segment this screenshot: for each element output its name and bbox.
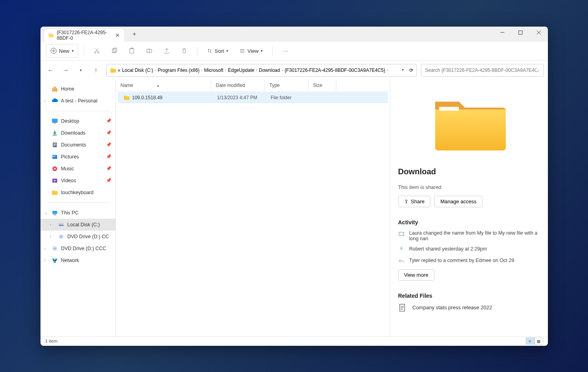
sidebar-thispc[interactable]: ⌄This PC — [40, 207, 116, 219]
paste-button[interactable] — [125, 44, 139, 58]
column-type[interactable]: Type — [265, 80, 308, 91]
close-window-button[interactable] — [530, 27, 548, 39]
sidebar-pictures[interactable]: Pictures📌 — [40, 151, 116, 163]
button-label: View more — [404, 272, 428, 278]
status-bar: 1 item ≡ ▦ — [40, 336, 548, 346]
file-type: File folder — [266, 95, 310, 100]
breadcrumb[interactable]: Program Files (x86) — [158, 67, 199, 73]
breadcrumb[interactable]: Download — [259, 67, 280, 73]
svg-rect-21 — [59, 225, 64, 226]
chevron-down-icon: ⌄ — [44, 211, 48, 215]
copy-button[interactable] — [107, 44, 121, 58]
sidebar-touchkeyboard[interactable]: touchkeyboard — [40, 187, 116, 199]
maximize-button[interactable] — [511, 27, 530, 39]
pin-icon: 📌 — [106, 166, 112, 171]
chevron-down-icon: ▾ — [261, 49, 263, 53]
file-row[interactable]: 109.0.1518.49 1/13/2023 4:47 PM File fol… — [118, 93, 388, 103]
folder-icon — [110, 67, 116, 73]
details-title: Download — [398, 167, 540, 176]
manage-access-button[interactable]: Manage access — [434, 196, 482, 207]
up-button[interactable]: ↑ — [90, 64, 102, 77]
sidebar-item-label: Videos — [61, 178, 76, 183]
activity-text: Robert shared yesterday at 2:29pm — [409, 246, 487, 252]
titlebar: {F3017226-FE2A-4295-8BDF-0 ✕ + — [40, 27, 548, 42]
details-shared-text: This item is shared — [398, 184, 540, 190]
sidebar-music[interactable]: Music📌 — [40, 163, 116, 175]
details-view-button[interactable]: ≡ — [526, 337, 534, 345]
close-tab-icon[interactable]: ✕ — [115, 33, 120, 38]
sort-button[interactable]: Sort ▾ — [203, 44, 233, 58]
related-file-item[interactable]: Company stats press release 2022 — [398, 304, 540, 312]
plus-circle-icon — [50, 48, 57, 54]
thumbnails-view-button[interactable]: ▦ — [534, 337, 543, 345]
breadcrumb[interactable]: Microsoft — [204, 67, 224, 73]
breadcrumb[interactable]: {F3017226-FE2A-4295-8BDF-00C3A9A7E4C5} — [285, 67, 386, 73]
sidebar-network[interactable]: ›Network — [40, 254, 116, 266]
list-icon: ≡ — [529, 339, 531, 343]
sidebar-dvd-drive[interactable]: ›DVD Drive (D:) CC — [40, 231, 116, 243]
folder-icon — [48, 32, 54, 39]
sidebar-item-label: DVD Drive (D:) CC — [67, 234, 109, 239]
sidebar-item-label: DVD Drive (D:) CCC — [61, 246, 106, 251]
svg-rect-11 — [54, 123, 56, 123]
view-button[interactable]: View ▾ — [235, 44, 267, 58]
tab-active[interactable]: {F3017226-FE2A-4295-8BDF-0 ✕ — [44, 29, 124, 42]
column-name[interactable]: Name▴ — [116, 80, 211, 91]
svg-rect-10 — [52, 119, 58, 123]
sidebar-downloads[interactable]: Downloads📌 — [40, 127, 116, 139]
sidebar-item-label: Home — [61, 86, 74, 92]
activity-text: Tyler replied to a comment by Edmee on O… — [409, 258, 515, 263]
folder-large-icon — [429, 92, 509, 155]
rename-button[interactable] — [142, 44, 156, 58]
sidebar-local-disk[interactable]: ›Local Disk (C:) — [40, 219, 116, 231]
folder-icon — [123, 94, 130, 101]
chevron-right-icon: › — [281, 68, 283, 72]
sidebar-item-label: Local Disk (C:) — [67, 222, 100, 227]
chevron-right-icon: › — [44, 247, 46, 251]
paste-icon — [129, 48, 135, 54]
breadcrumb[interactable]: Local Disk (C:) — [122, 67, 153, 73]
minimize-button[interactable] — [493, 27, 511, 39]
copy-icon — [111, 48, 118, 54]
recent-button[interactable]: ▾ — [75, 64, 87, 77]
delete-button[interactable] — [177, 44, 191, 58]
rename-icon — [146, 48, 152, 54]
column-label: Date modified — [216, 83, 245, 88]
sidebar-onedrive[interactable]: › A test - Personal — [40, 95, 116, 107]
videos-icon — [52, 177, 58, 184]
address-bar[interactable]: « Local Disk (C:)› Program Files (x86)› … — [106, 64, 417, 77]
sidebar-home[interactable]: Home — [40, 83, 116, 95]
sidebar-item-label: A test - Personal — [61, 98, 98, 104]
cut-icon — [94, 48, 100, 54]
forward-button[interactable]: → — [60, 64, 72, 77]
refresh-icon[interactable]: ⟳ — [409, 67, 413, 73]
sidebar-desktop[interactable]: Desktop📌 — [40, 115, 116, 127]
svg-rect-26 — [52, 258, 54, 260]
share-button[interactable] — [160, 44, 174, 58]
details-buttons: ⇪Share Manage access — [398, 196, 540, 207]
desktop-icon — [52, 118, 58, 124]
column-date[interactable]: Date modified — [211, 80, 265, 91]
sidebar-documents[interactable]: Documents📌 — [40, 139, 116, 151]
column-label: Size — [313, 83, 322, 88]
search-box[interactable]: ⌕ — [421, 64, 544, 77]
new-tab-button[interactable]: + — [129, 28, 141, 40]
view-more-button[interactable]: View more — [398, 269, 434, 281]
chevron-right-icon: › — [50, 223, 51, 227]
chevron-down-icon[interactable]: ▾ — [402, 67, 404, 73]
cut-button[interactable] — [90, 44, 104, 58]
search-input[interactable] — [425, 67, 537, 73]
chevron-right-icon: › — [44, 99, 46, 103]
pin-icon: 📌 — [106, 154, 112, 159]
overflow-indicator[interactable]: « — [118, 67, 121, 73]
share-button[interactable]: ⇪Share — [398, 196, 431, 207]
search-icon[interactable]: ⌕ — [537, 67, 540, 73]
breadcrumb[interactable]: EdgeUpdate — [228, 67, 254, 73]
column-size[interactable]: Size — [308, 80, 336, 91]
sidebar-dvd-drive-2[interactable]: ›DVD Drive (D:) CCC — [40, 243, 116, 254]
back-button[interactable]: ← — [44, 64, 57, 77]
share-activity-icon — [398, 247, 405, 253]
new-button[interactable]: New ▾ — [46, 44, 78, 58]
more-button[interactable]: ⋯ — [278, 44, 293, 58]
sidebar-videos[interactable]: Videos📌 — [40, 175, 116, 187]
